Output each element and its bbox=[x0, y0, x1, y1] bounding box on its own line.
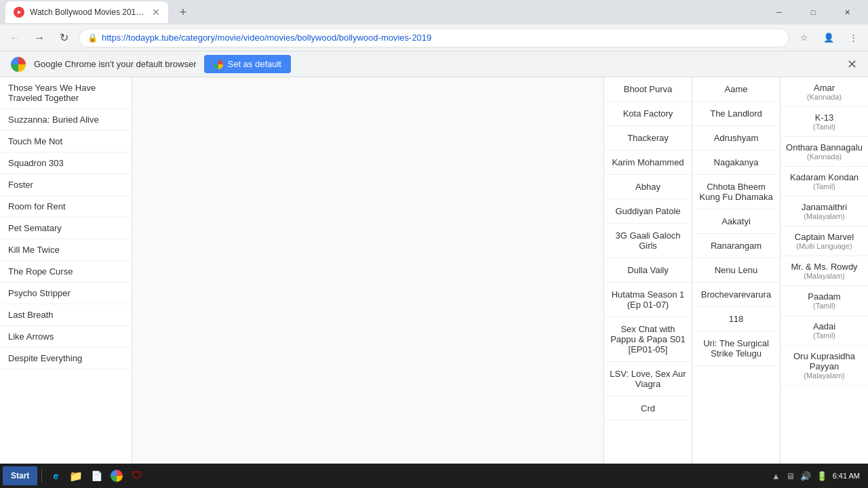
tab-favicon-icon bbox=[14, 7, 24, 18]
rc1-item-9[interactable]: 118 bbox=[692, 307, 780, 331]
user-button[interactable]: 👤 bbox=[819, 28, 838, 47]
start-button[interactable]: Start bbox=[3, 466, 37, 485]
rc1-item-6[interactable]: Ranarangam bbox=[692, 234, 780, 258]
taskbar-ie-icon[interactable]: e bbox=[46, 466, 65, 485]
sidebar-item-11[interactable]: Like Arrows bbox=[0, 326, 132, 348]
right-column-1: Aame The Landlord Adrushyam Nagakanya Ch… bbox=[692, 77, 780, 464]
chrome-default-bar: Google Chrome isn't your default browser… bbox=[0, 52, 868, 77]
rc1-item-7[interactable]: Nenu Lenu bbox=[692, 258, 780, 283]
new-tab-button[interactable]: + bbox=[174, 3, 193, 22]
forward-button[interactable]: → bbox=[30, 28, 49, 47]
lock-icon: 🔒 bbox=[87, 33, 98, 43]
refresh-button[interactable]: ↻ bbox=[54, 28, 73, 47]
left-sidebar: Those Years We Have Traveled Together Su… bbox=[0, 77, 132, 464]
tab-close-button[interactable]: ✕ bbox=[152, 7, 160, 18]
taskbar: Start e 📁 📄 🛡 ▲ 🖥 🔊 🔋 6:41 AM bbox=[0, 464, 868, 488]
rc2-item-8[interactable]: Aadai (Tamil) bbox=[781, 316, 868, 346]
taskbar-system-tray: ▲ bbox=[772, 471, 781, 481]
set-default-button[interactable]: Set as default bbox=[204, 55, 291, 73]
menu-button[interactable]: ⋮ bbox=[844, 28, 863, 47]
rc1-item-0[interactable]: Aame bbox=[692, 77, 780, 102]
right-area: Bhoot Purva Kota Factory Thackeray Karim… bbox=[604, 77, 868, 464]
address-bar: ← → ↻ 🔒 https://todaypk.tube/category/mo… bbox=[0, 24, 868, 52]
rc2-item-5[interactable]: Captain Marvel (Multi Language) bbox=[781, 226, 868, 256]
mid-col-item-4[interactable]: Abhay bbox=[604, 175, 692, 199]
center-area bbox=[132, 77, 604, 464]
mid-col-item-1[interactable]: Kota Factory bbox=[604, 102, 692, 126]
rc1-item-4[interactable]: Chhota Bheem Kung Fu Dhamaka bbox=[692, 175, 780, 209]
sidebar-item-9[interactable]: Psycho Stripper bbox=[0, 283, 132, 304]
rc2-item-7[interactable]: Paadam (Tamil) bbox=[781, 286, 868, 316]
bar-close-button[interactable]: ✕ bbox=[847, 57, 857, 72]
taskbar-clock: 6:41 AM bbox=[833, 472, 860, 480]
mid-col-item-2[interactable]: Thackeray bbox=[604, 126, 692, 150]
taskbar-separator bbox=[41, 469, 42, 483]
battery-icon: 🔋 bbox=[816, 471, 827, 481]
bookmark-button[interactable]: ☆ bbox=[795, 28, 814, 47]
mid-col-item-9[interactable]: Sex Chat with Pappu & Papa S01 [EP01-05] bbox=[604, 317, 692, 362]
mid-col-item-10[interactable]: LSV: Love, Sex Aur Viagra bbox=[604, 362, 692, 396]
rc1-item-1[interactable]: The Landlord bbox=[692, 102, 780, 126]
page-content: Those Years We Have Traveled Together Su… bbox=[0, 77, 868, 464]
right-column-2: Amar (Kannada) K-13 (Tamil) Onthara Bann… bbox=[780, 77, 868, 464]
sidebar-item-8[interactable]: The Rope Curse bbox=[0, 261, 132, 283]
network-icon: 🖥 bbox=[786, 471, 795, 481]
tab-title: Watch Bollywood Movies 2019 Movie... bbox=[30, 7, 146, 17]
address-input[interactable]: 🔒 https://todaypk.tube/category/movie/vi… bbox=[79, 28, 789, 47]
sidebar-item-3[interactable]: Squadron 303 bbox=[0, 152, 132, 174]
browser-tab[interactable]: Watch Bollywood Movies 2019 Movie... ✕ bbox=[5, 1, 168, 23]
mid-col-item-6[interactable]: 3G Gaali Galoch Girls bbox=[604, 224, 692, 258]
taskbar-right-area: ▲ 🖥 🔊 🔋 6:41 AM bbox=[772, 471, 865, 481]
rc2-item-0[interactable]: Amar (Kannada) bbox=[781, 77, 868, 107]
rc2-item-6[interactable]: Mr. & Ms. Rowdy (Malayalam) bbox=[781, 256, 868, 286]
rc2-item-9[interactable]: Oru Kuprasidha Payyan (Malayalam) bbox=[781, 346, 868, 386]
rc1-item-5[interactable]: Aakatyi bbox=[692, 209, 780, 234]
close-button[interactable]: ✕ bbox=[831, 1, 863, 23]
sidebar-item-0[interactable]: Those Years We Have Traveled Together bbox=[0, 77, 132, 109]
mid-col-item-8[interactable]: Hutatma Season 1 (Ep 01-07) bbox=[604, 283, 692, 317]
browser-titlebar: Watch Bollywood Movies 2019 Movie... ✕ +… bbox=[0, 0, 868, 24]
mid-col-item-3[interactable]: Karim Mohammed bbox=[604, 150, 692, 175]
rc2-item-2[interactable]: Onthara Bannagalu (Kannada) bbox=[781, 137, 868, 167]
sidebar-item-5[interactable]: Room for Rent bbox=[0, 196, 132, 218]
window-controls: ─ □ ✕ bbox=[764, 1, 863, 23]
chrome-mini-icon bbox=[214, 60, 223, 69]
taskbar-folder-icon[interactable]: 📁 bbox=[66, 466, 85, 485]
rc1-item-10[interactable]: Uri: The Surgical Strike Telugu bbox=[692, 331, 780, 366]
chrome-logo-icon bbox=[11, 57, 26, 72]
minimize-button[interactable]: ─ bbox=[764, 1, 795, 23]
sidebar-item-12[interactable]: Despite Everything bbox=[0, 348, 132, 369]
sidebar-item-4[interactable]: Foster bbox=[0, 174, 132, 196]
maximize-button[interactable]: □ bbox=[797, 1, 829, 23]
rc2-item-4[interactable]: Janamaithri (Malayalam) bbox=[781, 197, 868, 226]
rc2-item-3[interactable]: Kadaram Kondan (Tamil) bbox=[781, 167, 868, 197]
mid-col-item-11[interactable]: Crd bbox=[604, 396, 692, 421]
volume-icon: 🔊 bbox=[800, 471, 811, 481]
sidebar-item-1[interactable]: Suzzanna: Buried Alive bbox=[0, 109, 132, 131]
taskbar-chrome-icon[interactable] bbox=[107, 466, 126, 485]
url-text: https://todaypk.tube/category/movie/vide… bbox=[102, 33, 781, 43]
sidebar-item-2[interactable]: Touch Me Not bbox=[0, 131, 132, 152]
sidebar-item-6[interactable]: Pet Sematary bbox=[0, 218, 132, 239]
back-button[interactable]: ← bbox=[5, 28, 24, 47]
rc1-item-2[interactable]: Adrushyam bbox=[692, 126, 780, 150]
rc1-item-8[interactable]: Brochevarevarura bbox=[692, 283, 780, 307]
sidebar-item-10[interactable]: Last Breath bbox=[0, 304, 132, 326]
mid-col-item-0[interactable]: Bhoot Purva bbox=[604, 77, 692, 102]
mid-col-item-7[interactable]: Dulla Vaily bbox=[604, 258, 692, 283]
taskbar-antivirus-icon[interactable]: 🛡 bbox=[127, 466, 146, 485]
taskbar-notepad-icon[interactable]: 📄 bbox=[87, 466, 106, 485]
middle-column: Bhoot Purva Kota Factory Thackeray Karim… bbox=[604, 77, 692, 464]
rc2-item-1[interactable]: K-13 (Tamil) bbox=[781, 107, 868, 137]
rc1-item-3[interactable]: Nagakanya bbox=[692, 150, 780, 175]
sidebar-item-7[interactable]: Kill Me Twice bbox=[0, 239, 132, 261]
default-message: Google Chrome isn't your default browser bbox=[34, 59, 196, 69]
mid-col-item-5[interactable]: Guddiyan Patole bbox=[604, 199, 692, 224]
